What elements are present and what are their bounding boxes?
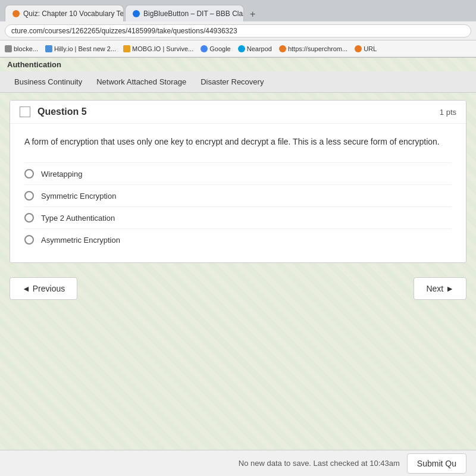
bookmark-label-url: URL <box>364 45 377 52</box>
bookmark-url[interactable]: URL <box>355 45 377 52</box>
nav-disaster-recovery[interactable]: Disaster Recovery <box>193 75 271 89</box>
answer-label-wiretapping: Wiretapping <box>41 170 82 178</box>
bookmark-icon-google <box>201 45 208 52</box>
tab-bbb[interactable]: BigBlueButton – DIT – BBB Class ✕ <box>125 5 244 21</box>
bookmarks-bar: blocke... Hilly.io | Best new 2... MOBG.… <box>0 40 476 57</box>
bookmark-icon-nearpod <box>238 45 245 52</box>
bookmark-label-nearpod: Nearpod <box>247 45 272 52</box>
answer-option-2[interactable]: Symmetric Encryption <box>24 184 452 206</box>
footer-bar: No new data to save. Last checked at 10:… <box>0 450 476 476</box>
question-body: A form of encryption that uses only one … <box>10 124 466 262</box>
answer-label-type2: Type 2 Authentication <box>41 214 115 223</box>
new-tab-button[interactable]: + <box>245 7 260 21</box>
tab-label-quiz: Quiz: Chapter 10 Vocabulary Test <box>23 10 124 18</box>
bookmark-label-hilly: Hilly.io | Best new 2... <box>54 45 116 52</box>
answer-option-3[interactable]: Type 2 Authentication <box>24 206 452 228</box>
tab-icon-quiz <box>12 10 20 17</box>
question-text: A form of encryption that uses only one … <box>24 136 452 148</box>
nav-buttons: ◄ Previous Next ► <box>0 270 476 307</box>
bookmark-google[interactable]: Google <box>201 45 230 52</box>
next-button[interactable]: Next ► <box>414 277 466 300</box>
content-nav: Business Continuity Network Attached Sto… <box>0 71 476 93</box>
bookmark-icon-hilly <box>45 45 52 52</box>
radio-wiretapping[interactable] <box>24 169 34 178</box>
radio-type2[interactable] <box>24 213 34 223</box>
question-title: Question 5 <box>37 107 440 117</box>
bookmark-icon-url <box>355 45 362 52</box>
previous-button[interactable]: ◄ Previous <box>10 277 77 300</box>
answer-option-1[interactable]: Wiretapping <box>24 162 452 184</box>
bookmark-label-mobg: MOBG.IO | Survive... <box>132 45 193 52</box>
bookmark-blocke[interactable]: blocke... <box>5 45 38 52</box>
address-input[interactable] <box>5 24 471 37</box>
bookmark-icon-blocke <box>5 45 12 52</box>
tab-bar: Quiz: Chapter 10 Vocabulary Test ✕ BigBl… <box>0 0 476 21</box>
bookmark-nearpod[interactable]: Nearpod <box>238 45 272 52</box>
radio-symmetric[interactable] <box>24 191 34 201</box>
answer-option-4[interactable]: Asymmetric Encryption <box>24 228 452 250</box>
bookmark-label-superchrom: https://superchrom... <box>288 45 347 52</box>
footer-status-text: No new data to save. Last checked at 10:… <box>239 459 400 468</box>
question-points: 1 pts <box>440 108 456 117</box>
address-bar <box>0 21 476 40</box>
bookmark-superchrom[interactable]: https://superchrom... <box>279 45 347 52</box>
nav-business-continuity[interactable]: Business Continuity <box>7 75 89 89</box>
answer-label-asymmetric: Asymmetric Encryption <box>41 236 120 245</box>
bookmark-mobg[interactable]: MOBG.IO | Survive... <box>123 45 193 52</box>
question-header: Question 5 1 pts <box>10 101 466 124</box>
browser-chrome: Quiz: Chapter 10 Vocabulary Test ✕ BigBl… <box>0 0 476 58</box>
bookmark-label-google: Google <box>209 45 230 52</box>
question-checkbox[interactable] <box>20 107 30 117</box>
tab-label-bbb: BigBlueButton – DIT – BBB Class <box>143 10 244 18</box>
submit-button[interactable]: Submit Qu <box>407 453 466 474</box>
tab-quiz[interactable]: Quiz: Chapter 10 Vocabulary Test ✕ <box>5 5 124 21</box>
page-content: Authentication Business Continuity Netwo… <box>0 58 476 476</box>
auth-label: Authentication <box>0 58 476 71</box>
bookmark-label-blocke: blocke... <box>14 45 38 52</box>
question-card: Question 5 1 pts A form of encryption th… <box>10 100 466 263</box>
bookmark-icon-superchrom <box>279 45 286 52</box>
answer-label-symmetric: Symmetric Encryption <box>41 192 116 201</box>
bookmark-icon-mobg <box>123 45 130 52</box>
radio-asymmetric[interactable] <box>24 235 34 245</box>
nav-network-storage[interactable]: Network Attached Storage <box>89 75 193 89</box>
tab-icon-bbb <box>133 10 140 17</box>
bookmark-hilly[interactable]: Hilly.io | Best new 2... <box>45 45 116 52</box>
